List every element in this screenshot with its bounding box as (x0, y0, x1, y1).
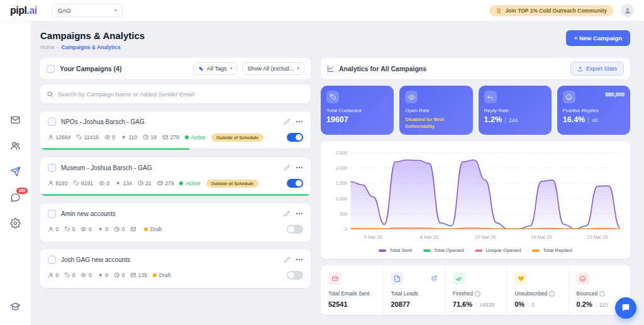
promo-banner[interactable]: Join TOP 1% Cold Outreach Community (489, 5, 613, 16)
campaign-toggle[interactable] (287, 271, 303, 280)
breadcrumb-current[interactable]: Campaigns & Analytics (62, 44, 121, 50)
external-link-icon[interactable] (431, 272, 437, 283)
chat-icon (10, 192, 21, 203)
sidebar-item-academy[interactable] (10, 302, 21, 315)
info-icon[interactable] (475, 291, 480, 297)
sidebar-item-inbox[interactable] (10, 115, 21, 125)
export-stats-button[interactable]: Export Stats (570, 62, 624, 76)
eye-icon (405, 91, 418, 103)
legend-label: Unique Opened (486, 248, 521, 253)
campaign-card: NPOs - Joshua Barsch - GAG ⋯ 12684 11416… (40, 111, 311, 150)
summary-value: 20877 (391, 300, 410, 308)
stat-value: 0 (72, 226, 75, 232)
legend-item[interactable]: Unique Opened (475, 248, 521, 253)
campaign-menu-button[interactable]: ⋯ (296, 118, 303, 126)
user-avatar[interactable] (621, 4, 634, 17)
edit-campaign-button[interactable] (284, 118, 291, 125)
document-icon (391, 272, 403, 285)
contacts-stat: 12684 (48, 134, 70, 140)
stat-value: 0 (105, 226, 108, 232)
stat-value: 11416 (84, 134, 99, 140)
sent-stat: 11416 (76, 134, 99, 140)
pencil-icon (284, 256, 291, 263)
svg-text:2,000: 2,000 (336, 165, 347, 171)
legend-label: Total Sent (389, 248, 412, 253)
show-filter-select[interactable]: Show All (exclud... ▾ (242, 62, 304, 75)
campaign-checkbox[interactable] (48, 210, 56, 218)
clock-icon (114, 272, 120, 278)
breadcrumb-separator: - (57, 44, 59, 50)
sidebar-item-campaigns[interactable] (10, 166, 21, 177)
legend-item[interactable]: Total Opened (423, 248, 464, 253)
campaign-toggle[interactable] (287, 225, 303, 234)
campaign-checkbox[interactable] (48, 256, 56, 264)
sad-face-icon (577, 272, 589, 285)
svg-text:2,500: 2,500 (336, 150, 347, 156)
campaign-menu-button[interactable]: ⋯ (296, 164, 303, 172)
legend-swatch (532, 249, 540, 252)
legend-label: Total Replied (543, 248, 572, 253)
eye-icon (80, 226, 87, 232)
campaign-checkbox[interactable] (48, 164, 56, 172)
bell-icon (97, 226, 104, 232)
legend-swatch (423, 249, 431, 252)
chat-launcher-button[interactable] (615, 297, 636, 319)
stat-value: 0 (89, 226, 92, 232)
mail-icon (10, 115, 21, 125)
legend-item[interactable]: Total Replied (532, 248, 572, 253)
summary-total-leads: Total Leads 20877 (382, 265, 444, 315)
contacts-stat: 0 (48, 272, 58, 278)
campaign-card: Museum - Joshua Barsch - GAG ⋯ 8193 8191… (40, 157, 311, 196)
clock-icon (143, 134, 149, 140)
info-icon[interactable] (549, 291, 555, 297)
new-campaign-button[interactable]: + New Campaign (566, 30, 630, 46)
campaign-toggle[interactable] (287, 133, 303, 142)
info-icon[interactable] (599, 291, 605, 297)
summary-value: 0% (514, 300, 525, 308)
sidebar-item-chat[interactable]: 186 (10, 192, 21, 203)
campaign-status-indicator: Draft (144, 226, 162, 232)
sidebar-item-contacts[interactable] (10, 140, 21, 151)
edit-campaign-button[interactable] (284, 256, 291, 263)
svg-text:13 Mar 25: 13 Mar 25 (475, 234, 496, 240)
app-logo[interactable]: pipl.ai (10, 5, 37, 16)
campaign-search-input[interactable] (58, 91, 304, 98)
edit-campaign-button[interactable] (284, 210, 291, 217)
analytics-chart: 05001,0001,5002,0002,5003 Mar 258 Mar 25… (327, 147, 624, 246)
envelope-icon (130, 272, 136, 278)
search-icon (47, 91, 53, 98)
tags-filter-value: All Tags (207, 66, 226, 72)
svg-text:18 Mar 25: 18 Mar 25 (531, 234, 552, 240)
analytics-summary: Total Emails Sent 52541 Total Leads 2087… (321, 265, 630, 315)
status-dot (153, 273, 157, 277)
bounced-stat: 134 (115, 180, 132, 186)
breadcrumb-home[interactable]: Home (40, 44, 55, 50)
campaign-menu-button[interactable]: ⋯ (296, 210, 303, 218)
edit-campaign-button[interactable] (284, 164, 291, 171)
export-stats-label: Export Stats (586, 66, 617, 72)
tag-icon (64, 226, 70, 232)
bell-icon (97, 272, 104, 278)
pencil-icon (284, 164, 291, 171)
eye-icon (80, 272, 87, 278)
envelope-icon (130, 226, 136, 232)
stat-corner-value: $80,000 (605, 91, 625, 98)
legend-item[interactable]: Total Sent (379, 248, 412, 253)
campaign-toggle[interactable] (287, 179, 303, 188)
status-dot (144, 227, 148, 231)
replied-stat: 21 (138, 180, 152, 186)
stat-card-open-rate: Open Rate Disabled for Best Deliverabili… (399, 86, 472, 135)
progress-fill (40, 148, 189, 150)
campaign-menu-button[interactable]: ⋯ (296, 256, 303, 264)
select-all-checkbox[interactable] (47, 65, 55, 73)
campaign-checkbox[interactable] (48, 118, 56, 126)
summary-unsubscribed: Unsubscribed 0%0 (506, 265, 568, 315)
summary-sub-value: 110 (596, 302, 608, 308)
summary-label: Bounced (577, 290, 598, 297)
emails-stat: 279 (157, 180, 174, 186)
tags-filter-select[interactable]: All Tags ▾ (193, 62, 237, 75)
sidebar-item-settings[interactable] (10, 218, 21, 229)
workspace-select[interactable]: GAG ▾ (52, 4, 123, 17)
replied-stat: 0 (114, 226, 125, 232)
double-check-icon (453, 272, 465, 285)
